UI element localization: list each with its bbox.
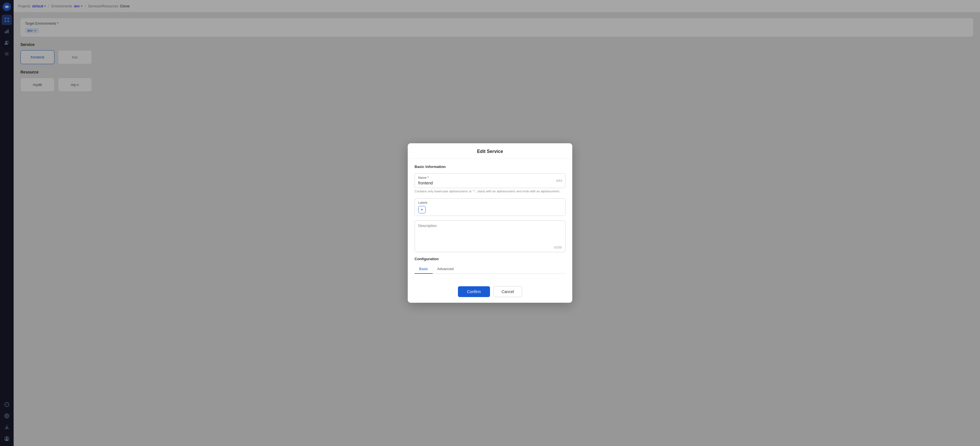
description-field-wrap: 0/200 (415, 220, 565, 252)
description-textarea[interactable] (418, 223, 562, 244)
name-char-count: 8/63 (557, 179, 562, 182)
name-required-star: * (427, 176, 428, 179)
modal-title: Edit Service (477, 149, 503, 154)
add-label-button[interactable]: + (418, 206, 426, 213)
name-field-group: Name * 8/63 Contains only lowercase alph… (415, 174, 565, 193)
labels-field-wrap: Labels + (415, 198, 565, 216)
cancel-button[interactable]: Cancel (493, 286, 522, 297)
name-input[interactable] (418, 181, 562, 185)
description-field-group: 0/200 (415, 220, 565, 252)
labels-label: Labels (418, 201, 562, 204)
name-field-wrap: Name * 8/63 (415, 174, 565, 188)
modal-overlay: Edit Service Basic Information Name * 8/… (0, 0, 980, 446)
edit-service-modal: Edit Service Basic Information Name * 8/… (408, 143, 572, 303)
modal-footer: Confirm Cancel (408, 282, 572, 303)
modal-header: Edit Service (408, 143, 572, 159)
labels-field-group: Labels + (415, 198, 565, 216)
name-label: Name * (418, 176, 562, 179)
modal-body: Basic Information Name * 8/63 Contains o… (408, 159, 572, 282)
config-tabs: Basic Advanced (415, 264, 565, 274)
tab-basic[interactable]: Basic (415, 264, 433, 274)
name-hint: Contains only lowercase alphanumeric or … (415, 189, 565, 193)
confirm-button[interactable]: Confirm (458, 286, 490, 297)
tab-advanced[interactable]: Advanced (433, 264, 458, 274)
configuration-title: Configuration (415, 257, 565, 261)
description-char-count: 0/200 (418, 246, 562, 249)
basic-info-title: Basic Information (415, 164, 565, 169)
